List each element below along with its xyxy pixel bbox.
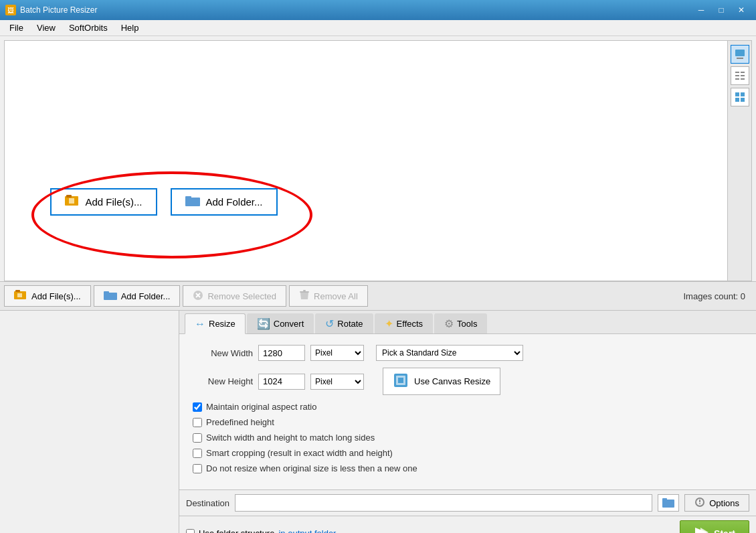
svg-rect-2: [69, 198, 74, 204]
predefined-height-checkbox[interactable]: [193, 418, 202, 427]
svg-rect-7: [735, 72, 739, 73]
use-canvas-resize-label: Use Canvas Resize: [414, 376, 490, 386]
predefined-height-row: Predefined height: [193, 417, 743, 427]
in-output-label: in output folder: [278, 528, 336, 533]
svg-rect-16: [741, 98, 745, 102]
new-width-input[interactable]: [258, 345, 305, 361]
menu-softorbits[interactable]: SoftOrbits: [62, 21, 114, 34]
start-row: Use folder structure in output folder St…: [179, 516, 756, 533]
close-button[interactable]: ✕: [732, 3, 751, 17]
destination-label: Destination: [186, 498, 229, 508]
minimize-button[interactable]: ─: [692, 3, 711, 17]
images-count: Images count: 0: [684, 291, 753, 301]
menu-help[interactable]: Help: [114, 21, 146, 34]
view-icon-2[interactable]: [731, 66, 749, 85]
add-folder-icon: [185, 195, 200, 209]
remove-all-button[interactable]: Remove All: [289, 285, 368, 307]
maximize-button[interactable]: □: [712, 3, 731, 17]
app-icon: 🖼: [5, 5, 16, 15]
switch-width-height-row: Switch width and height to match long si…: [193, 433, 743, 443]
standard-size-select[interactable]: Pick a Standard Size 640x480 800x600 102…: [376, 345, 523, 361]
smart-crop-row: Smart cropping (result in exact width an…: [193, 448, 743, 458]
settings-tabs: ↔ Resize 🔄 Convert ↺ Rotate ✦ Effects ⚙: [179, 311, 756, 334]
right-view-icons: [727, 41, 751, 281]
remove-selected-icon: [193, 290, 203, 303]
add-folder-toolbar-button[interactable]: Add Folder...: [94, 285, 181, 307]
menu-view[interactable]: View: [30, 21, 62, 34]
tab-effects[interactable]: ✦ Effects: [375, 313, 434, 333]
tab-convert-label: Convert: [274, 319, 304, 329]
remove-all-label: Remove All: [314, 291, 358, 301]
svg-marker-36: [700, 528, 708, 533]
view-icon-3[interactable]: [731, 88, 749, 106]
new-width-row: New Width Pixel Percent Inch Pick a Stan…: [193, 345, 743, 361]
window-controls: ─ □ ✕: [692, 3, 751, 17]
maintain-aspect-checkbox[interactable]: [193, 402, 202, 412]
new-height-input[interactable]: [258, 374, 305, 390]
add-folder-toolbar-label: Add Folder...: [121, 291, 171, 301]
svg-rect-5: [735, 50, 745, 56]
tab-tools-label: Tools: [457, 319, 477, 329]
toolbar-add-files-icon: [14, 290, 27, 303]
new-width-label: New Width: [193, 348, 253, 358]
svg-rect-15: [735, 98, 739, 102]
use-folder-checkbox[interactable]: [186, 529, 195, 533]
width-unit-select[interactable]: Pixel Percent Inch: [310, 345, 364, 361]
tab-resize-label: Resize: [209, 319, 235, 329]
maintain-aspect-row: Maintain original aspect ratio: [193, 402, 743, 412]
tab-convert[interactable]: 🔄 Convert: [247, 313, 314, 333]
svg-rect-21: [104, 291, 109, 294]
svg-rect-26: [303, 290, 306, 291]
menu-bar: File View SoftOrbits Help: [0, 20, 756, 36]
svg-rect-12: [741, 78, 745, 80]
smart-crop-checkbox[interactable]: [193, 449, 202, 458]
new-height-label: New Height: [193, 376, 253, 386]
height-unit-select[interactable]: Pixel Percent Inch: [310, 374, 364, 390]
start-button[interactable]: Start: [680, 520, 749, 533]
predefined-height-label: Predefined height: [206, 417, 274, 427]
tab-rotate[interactable]: ↺ Rotate: [315, 313, 373, 333]
add-files-label: Add File(s)...: [85, 196, 142, 208]
do-not-resize-label: Do not resize when original size is less…: [206, 463, 417, 473]
app-title: Batch Picture Resizer: [20, 5, 692, 15]
options-button[interactable]: Options: [684, 494, 749, 512]
tab-resize[interactable]: ↔ Resize: [185, 313, 246, 334]
use-folder-structure-row: Use folder structure in output folder: [186, 528, 336, 533]
use-canvas-resize-button[interactable]: Use Canvas Resize: [383, 368, 500, 395]
add-files-icon: [65, 195, 80, 209]
image-area-buttons: Add File(s)... Add Folder...: [50, 188, 278, 216]
options-label: Options: [709, 498, 739, 508]
svg-rect-19: [17, 293, 22, 297]
start-icon: [694, 526, 708, 533]
svg-rect-9: [735, 75, 739, 76]
start-label: Start: [714, 528, 735, 534]
main-content: Add File(s)... Add Folder...: [0, 36, 756, 533]
tab-tools[interactable]: ⚙ Tools: [434, 313, 487, 333]
svg-rect-11: [735, 78, 739, 80]
switch-width-height-checkbox[interactable]: [193, 433, 202, 443]
rotate-icon: ↺: [325, 317, 334, 330]
destination-input[interactable]: [235, 494, 652, 512]
do-not-resize-checkbox[interactable]: [193, 464, 202, 473]
toolbar: Add File(s)... Add Folder... Remove Sele…: [0, 281, 756, 311]
add-folder-button-main[interactable]: Add Folder...: [171, 188, 278, 216]
canvas-resize-icon: [393, 372, 409, 390]
remove-selected-button[interactable]: Remove Selected: [183, 285, 286, 307]
svg-rect-25: [300, 291, 309, 293]
resize-icon: ↔: [195, 318, 205, 330]
add-files-toolbar-button[interactable]: Add File(s)...: [4, 285, 91, 307]
destination-folder-button[interactable]: [658, 494, 679, 512]
destination-bar: Destination O: [179, 489, 756, 516]
left-panel: [0, 311, 179, 533]
tab-effects-label: Effects: [397, 319, 423, 329]
new-height-row: New Height Pixel Percent Inch: [193, 368, 743, 395]
menu-file[interactable]: File: [3, 21, 30, 34]
view-icon-1[interactable]: [731, 45, 749, 64]
svg-rect-1: [66, 195, 72, 198]
bottom-panel: ↔ Resize 🔄 Convert ↺ Rotate ✦ Effects ⚙: [0, 311, 756, 533]
svg-rect-29: [398, 378, 403, 383]
settings-panel: ↔ Resize 🔄 Convert ↺ Rotate ✦ Effects ⚙: [179, 311, 756, 533]
add-files-button-main[interactable]: Add File(s)...: [50, 188, 157, 216]
tab-rotate-label: Rotate: [337, 319, 363, 329]
resize-content: New Width Pixel Percent Inch Pick a Stan…: [179, 334, 756, 489]
